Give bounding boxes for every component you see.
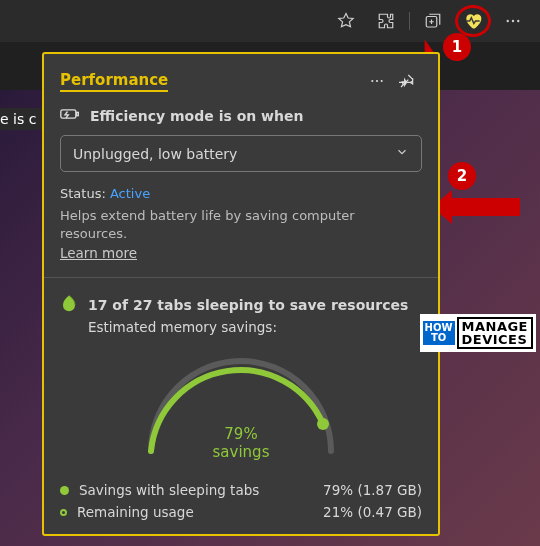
sleeping-tabs-row: 17 of 27 tabs sleeping to save resources	[60, 294, 422, 315]
legend-row-remaining: Remaining usage 21% (0.47 GB)	[60, 501, 422, 523]
annotation-arrow-2	[450, 198, 520, 216]
panel-header: Performance	[60, 66, 422, 96]
svg-rect-8	[77, 112, 79, 115]
savings-legend: Savings with sleeping tabs 79% (1.87 GB)…	[60, 479, 422, 523]
chevron-down-icon	[395, 145, 409, 162]
savings-gauge: 79% savings	[131, 341, 351, 461]
favorites-icon[interactable]	[327, 3, 365, 39]
collections-icon[interactable]	[414, 3, 452, 39]
legend-dot-hollow	[60, 509, 67, 516]
dropdown-value: Unplugged, low battery	[73, 146, 237, 162]
legend-value: 21% (0.47 GB)	[323, 504, 422, 520]
legend-label: Remaining usage	[77, 504, 323, 520]
gauge-label: 79% savings	[131, 425, 351, 461]
status-label: Status:	[60, 186, 106, 201]
efficiency-mode-row: Efficiency mode is on when	[60, 106, 422, 125]
sleeping-headline: 17 of 27 tabs sleeping to save resources	[88, 297, 408, 313]
status-row: Status: Active	[60, 186, 422, 201]
panel-divider	[44, 277, 438, 278]
efficiency-label: Efficiency mode is on when	[90, 108, 303, 124]
annotation-badge-1: 1	[443, 33, 471, 61]
svg-point-4	[371, 80, 373, 82]
leaf-icon	[60, 294, 78, 315]
gauge-sublabel: savings	[131, 443, 351, 461]
efficiency-mode-dropdown[interactable]: Unplugged, low battery	[60, 135, 422, 172]
svg-point-6	[381, 80, 383, 82]
svg-point-1	[507, 20, 509, 22]
annotation-badge-2: 2	[448, 162, 476, 190]
learn-more-link[interactable]: Learn more	[60, 245, 137, 261]
svg-point-3	[517, 20, 519, 22]
status-value: Active	[110, 186, 150, 201]
legend-row-savings: Savings with sleeping tabs 79% (1.87 GB)	[60, 479, 422, 501]
toolbar-divider	[409, 12, 410, 30]
truncated-background-text: e is c	[0, 108, 42, 130]
svg-rect-7	[61, 110, 76, 118]
legend-label: Savings with sleeping tabs	[79, 482, 323, 498]
pin-icon[interactable]	[392, 66, 422, 96]
panel-more-icon[interactable]	[362, 66, 392, 96]
legend-value: 79% (1.87 GB)	[323, 482, 422, 498]
extensions-icon[interactable]	[367, 3, 405, 39]
performance-panel: Performance Efficiency mode is on when U…	[42, 52, 440, 536]
watermark-logo: HOW TO MANAGE DEVICES	[420, 314, 536, 352]
panel-title: Performance	[60, 71, 168, 92]
battery-icon	[60, 106, 80, 125]
svg-point-2	[512, 20, 514, 22]
svg-point-5	[376, 80, 378, 82]
help-text: Helps extend battery life by saving comp…	[60, 207, 422, 243]
more-icon[interactable]	[494, 3, 532, 39]
gauge-percent: 79%	[131, 425, 351, 443]
estimated-savings-label: Estimated memory savings:	[88, 319, 422, 335]
legend-dot-filled	[60, 486, 69, 495]
